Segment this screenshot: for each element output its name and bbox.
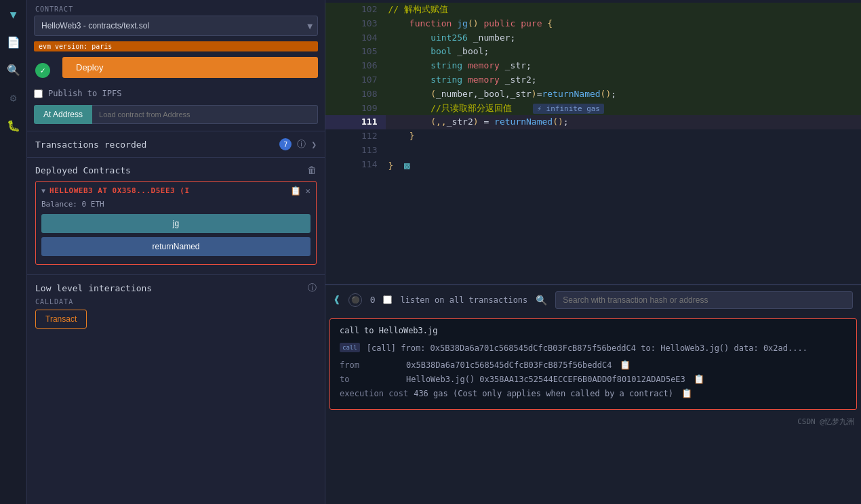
code-line-104: 104 uint256 _number; (325, 31, 861, 45)
deployed-contracts-header: Deployed Contracts 🗑 (35, 165, 317, 175)
app-layout: ▼ 📄 🔍 ⚙ 🐛 CONTRACT HelloWeb3 - contracts… (0, 0, 861, 504)
line-number: 112 (325, 129, 386, 144)
publish-label: Publish to IPFS (48, 89, 121, 98)
tx-call-line: [call] from: 0x5B38Da6a701c568545dCfcB03… (367, 342, 807, 354)
copy-address-icon[interactable]: 📋 (290, 186, 301, 196)
code-table: 102 // 解构式赋值 103 function jg() public pu… (325, 3, 861, 173)
line-number: 102 (325, 3, 386, 17)
deploy-button[interactable]: Deploy (62, 57, 318, 78)
attribution: CSDN @忆梦九洲 (325, 414, 861, 429)
sidebar-icons: ▼ 📄 🔍 ⚙ 🐛 (0, 0, 27, 504)
line-number: 103 (325, 17, 386, 31)
search-sidebar-icon[interactable]: 🔍 (4, 61, 23, 79)
code-editor: 102 // 解构式赋值 103 function jg() public pu… (325, 0, 861, 285)
section-label: CONTRACT (27, 0, 325, 16)
file-icon[interactable]: 📄 (4, 33, 23, 51)
copy-to-icon[interactable]: 📋 (694, 374, 704, 384)
terminal-no-button[interactable]: ⚫ (348, 293, 362, 307)
line-content: function jg() public pure { (386, 17, 861, 31)
line-content: } ▩ (386, 158, 861, 173)
deployed-contracts-title: Deployed Contracts (35, 165, 131, 175)
low-level-title: Low level interactions (35, 283, 152, 293)
right-panel: 102 // 解构式赋值 103 function jg() public pu… (325, 0, 861, 504)
transaction-log: call to HelloWeb3.jg call [call] from: 0… (329, 318, 857, 410)
line-number: 111 (325, 115, 386, 129)
code-line-105: 105 bool _bool; (325, 45, 861, 59)
success-icon: ✓ (35, 63, 50, 78)
evm-badge: evm version: paris (34, 41, 318, 51)
listen-label: listen on all transactions (400, 295, 527, 305)
low-level-info-icon: ⓘ (308, 282, 317, 294)
code-line-103: 103 function jg() public pure { (325, 17, 861, 31)
copy-execution-cost-icon[interactable]: 📋 (681, 388, 692, 398)
plugin-icon[interactable]: ⚙ (7, 89, 20, 107)
search-terminal-icon[interactable]: 🔍 (536, 295, 547, 306)
line-content: string memory _str; (386, 59, 861, 73)
call-icon: call (340, 343, 360, 352)
line-content: } (386, 129, 861, 144)
line-content: bool _bool; (386, 45, 861, 59)
from-label: from (340, 360, 401, 370)
to-label: to (340, 375, 401, 384)
contract-select[interactable]: HelloWeb3 - contracts/text.sol (34, 16, 318, 36)
jg-function-button[interactable]: jg (41, 214, 311, 233)
copy-from-icon[interactable]: 📋 (620, 360, 630, 370)
tx-to-row: to HelloWeb3.jg() 0x358AA13c52544ECCEF6B… (340, 374, 847, 384)
contract-item-header: ▼ HELLOWEB3 AT 0X358...D5EE3 (I 📋 ✕ (41, 186, 311, 196)
return-named-function-button[interactable]: returnNamed (41, 237, 311, 256)
listen-checkbox[interactable] (383, 295, 392, 304)
line-number: 109 (325, 102, 386, 116)
code-line-110: 111 (,,_str2) = returnNamed(); (325, 115, 861, 129)
contract-selector-wrapper: HelloWeb3 - contracts/text.sol ▼ (34, 16, 318, 36)
info-icon: ⓘ (297, 138, 306, 150)
transactions-badge: 7 (279, 138, 292, 150)
deployed-contracts-section: Deployed Contracts 🗑 ▼ HELLOWEB3 AT 0X35… (27, 157, 325, 274)
line-content (386, 144, 861, 158)
line-number: 108 (325, 87, 386, 102)
code-line-111: 112 } (325, 129, 861, 144)
tx-title: call to HelloWeb3.jg (340, 326, 847, 335)
left-panel: CONTRACT HelloWeb3 - contracts/text.sol … (27, 0, 325, 504)
low-level-section: Low level interactions ⓘ CALLDATA Transa… (27, 274, 325, 335)
line-content: string memory _str2; (386, 73, 861, 87)
transactions-row[interactable]: Transactions recorded 7 ⓘ ❯ (27, 131, 325, 157)
terminal-expand-icon[interactable]: ❰ (334, 293, 340, 306)
at-address-row: At Address (34, 105, 318, 124)
terminal-search-input[interactable] (555, 291, 853, 309)
close-contract-icon[interactable]: ✕ (305, 186, 311, 196)
tx-execution-cost-row: execution cost 436 gas (Cost only applie… (340, 388, 847, 398)
code-line-113: 114 } ▩ (325, 158, 861, 173)
contract-chevron-icon[interactable]: ▼ (41, 187, 45, 194)
contract-instance: ▼ HELLOWEB3 AT 0X358...D5EE3 (I 📋 ✕ Bala… (35, 181, 317, 265)
deploy-icon[interactable]: ▼ (7, 5, 20, 24)
balance-display: Balance: 0 ETH (41, 200, 311, 209)
execution-cost-label: execution cost (340, 389, 408, 398)
publish-checkbox[interactable] (34, 89, 43, 98)
at-address-input[interactable] (92, 105, 318, 124)
line-number: 105 (325, 45, 386, 59)
line-number: 107 (325, 73, 386, 87)
line-content: //只读取部分返回值 ⚡ infinite gas (386, 102, 861, 116)
terminal-bar: ❰ ⚫ 0 listen on all transactions 🔍 (325, 285, 861, 314)
line-number: 104 (325, 31, 386, 45)
to-value: HelloWeb3.jg() 0x358AA13c52544ECCEF6B0AD… (406, 375, 685, 384)
terminal-count: 0 (370, 295, 376, 305)
line-content: // 解构式赋值 (386, 3, 861, 17)
line-content: (,,_str2) = returnNamed(); (386, 115, 861, 129)
transactions-label: Transactions recorded (35, 140, 274, 150)
execution-cost-value: 436 gas (Cost only applies when called b… (414, 389, 673, 398)
code-line-107: 107 string memory _str2; (325, 73, 861, 87)
line-content: (_number,_bool,_str)=returnNamed(); (386, 87, 861, 102)
transact-button[interactable]: Transact (35, 310, 87, 329)
right-bottom: call to HelloWeb3.jg call [call] from: 0… (325, 314, 861, 429)
code-line-102: 102 // 解构式赋值 (325, 3, 861, 17)
low-level-header: Low level interactions ⓘ (35, 282, 317, 294)
from-value: 0x5B38Da6a701c568545dCfcB03FcB875f56bedd… (406, 360, 612, 370)
at-address-button[interactable]: At Address (34, 105, 92, 124)
line-number: 114 (325, 158, 386, 173)
line-number: 106 (325, 59, 386, 73)
debug-icon[interactable]: 🐛 (4, 117, 23, 135)
trash-icon[interactable]: 🗑 (307, 165, 317, 175)
tx-from-row: from 0x5B38Da6a701c568545dCfcB03FcB875f5… (340, 360, 847, 370)
line-content: uint256 _number; (386, 31, 861, 45)
